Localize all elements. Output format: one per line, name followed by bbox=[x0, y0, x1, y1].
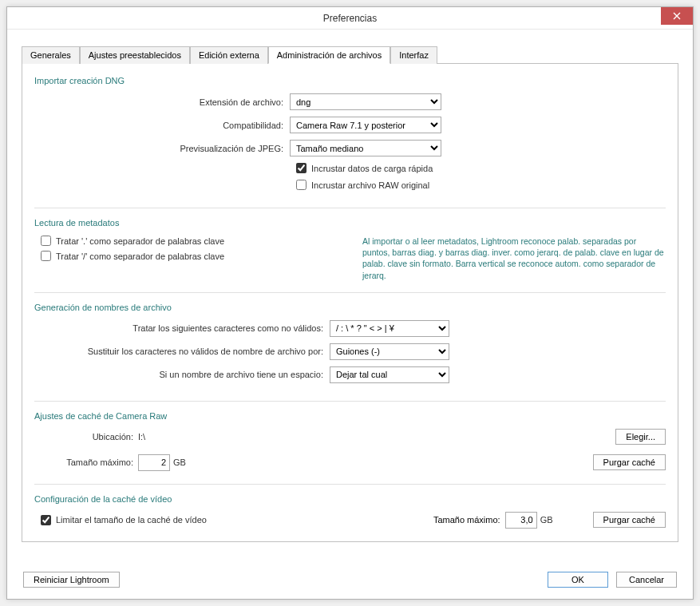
meta-help-text: Al importar o al leer metadatos, Lightro… bbox=[362, 236, 666, 281]
group-cache-label: Ajustes de caché de Camera Raw bbox=[34, 411, 666, 421]
illegal-label: Tratar los siguientes caracteres como no… bbox=[34, 323, 330, 333]
video-unit: GB bbox=[540, 515, 553, 525]
purge-cache-button[interactable]: Purgar caché bbox=[593, 454, 666, 470]
footer: Reiniciar Lightroom OK Cancelar bbox=[23, 572, 677, 588]
window-title: Preferencias bbox=[323, 13, 377, 24]
tab-edicion[interactable]: Edición externa bbox=[190, 46, 268, 64]
compat-label: Compatibilidad: bbox=[34, 121, 290, 130]
tab-archivos[interactable]: Administración de archivos bbox=[268, 46, 390, 64]
group-fname: Generación de nombres de archivo Tratar … bbox=[34, 303, 666, 402]
replace-label: Sustituir los caracteres no válidos de n… bbox=[34, 347, 330, 356]
panel-archivos: Importar creación DNG Extensión de archi… bbox=[22, 64, 678, 542]
group-fname-label: Generación de nombres de archivo bbox=[34, 303, 666, 312]
space-select[interactable]: Dejar tal cual bbox=[330, 366, 449, 383]
space-label: Si un nombre de archivo tiene un espacio… bbox=[34, 370, 330, 379]
jpeg-label: Previsualización de JPEG: bbox=[34, 144, 290, 153]
group-dng-label: Importar creación DNG bbox=[34, 76, 666, 85]
tab-generales[interactable]: Generales bbox=[22, 46, 80, 64]
dot-label: Tratar '.' como separador de palabras cl… bbox=[56, 236, 224, 246]
illegal-select[interactable]: / : \ * ? " < > | ¥ bbox=[330, 320, 449, 337]
group-meta-label: Lectura de metadatos bbox=[34, 218, 666, 228]
fastload-label: Incrustar datos de carga rápida bbox=[311, 164, 433, 173]
group-video-label: Configuración de la caché de vídeo bbox=[34, 494, 666, 504]
group-dng: Importar creación DNG Extensión de archi… bbox=[34, 76, 666, 208]
video-max-input[interactable] bbox=[505, 512, 537, 529]
replace-select[interactable]: Guiones (-) bbox=[330, 343, 449, 360]
choose-button[interactable]: Elegir... bbox=[615, 429, 666, 445]
cache-unit: GB bbox=[173, 457, 186, 467]
tab-interfaz[interactable]: Interfaz bbox=[390, 46, 437, 64]
group-video: Configuración de la caché de vídeo Limit… bbox=[34, 494, 666, 532]
tab-ajustes[interactable]: Ajustes preestablecidos bbox=[80, 46, 190, 64]
restart-button[interactable]: Reiniciar Lightroom bbox=[23, 572, 120, 588]
ext-label: Extensión de archivo: bbox=[34, 97, 290, 107]
content-area: Generales Ajustes preestablecidos Edició… bbox=[7, 30, 693, 542]
rawincl-checkbox[interactable] bbox=[296, 180, 306, 190]
cache-max-input[interactable] bbox=[138, 454, 170, 471]
cache-loc-value: I:\ bbox=[138, 432, 615, 442]
compat-select[interactable]: Camera Raw 7.1 y posterior bbox=[290, 117, 441, 133]
slash-checkbox[interactable] bbox=[41, 251, 51, 261]
cancel-button[interactable]: Cancelar bbox=[616, 572, 677, 588]
preferences-window: Preferencias Generales Ajustes preestabl… bbox=[6, 6, 694, 600]
rawincl-label: Incrustar archivo RAW original bbox=[311, 180, 429, 190]
video-limit-checkbox[interactable] bbox=[41, 515, 51, 525]
ok-button[interactable]: OK bbox=[548, 572, 608, 588]
ext-select[interactable]: dng bbox=[290, 93, 441, 110]
tab-bar: Generales Ajustes preestablecidos Edició… bbox=[22, 46, 678, 64]
video-max-label: Tamaño máximo: bbox=[433, 515, 500, 525]
cache-loc-label: Ubicación: bbox=[34, 432, 138, 442]
slash-label: Tratar '/' como separador de palabras cl… bbox=[56, 252, 224, 261]
dot-checkbox[interactable] bbox=[41, 236, 51, 246]
cache-max-label: Tamaño máximo: bbox=[34, 457, 138, 467]
jpeg-select[interactable]: Tamaño mediano bbox=[290, 140, 441, 156]
group-cache: Ajustes de caché de Camera Raw Ubicación… bbox=[34, 411, 666, 485]
group-meta: Lectura de metadatos Tratar '.' como sep… bbox=[34, 218, 666, 293]
purge-video-button[interactable]: Purgar caché bbox=[593, 512, 666, 528]
title-bar: Preferencias bbox=[7, 7, 693, 30]
close-icon bbox=[673, 12, 681, 20]
video-limit-label: Limitar el tamaño de la caché de vídeo bbox=[56, 515, 207, 525]
fastload-checkbox[interactable] bbox=[296, 163, 306, 173]
close-button[interactable] bbox=[661, 7, 693, 25]
